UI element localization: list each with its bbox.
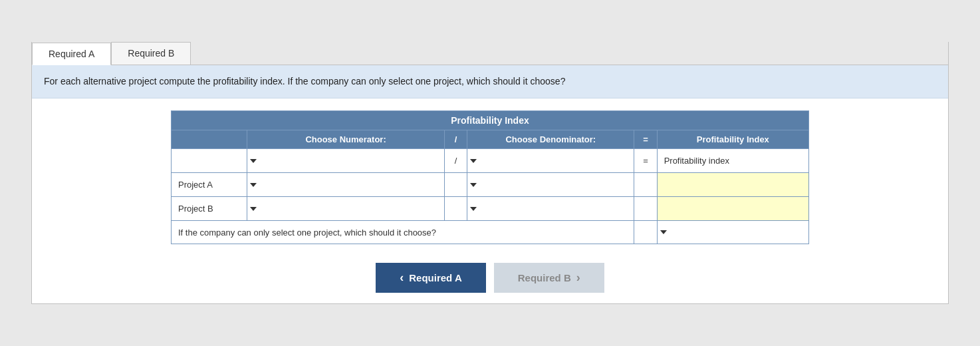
project-b-numerator-cell[interactable] xyxy=(247,197,445,221)
project-a-numerator-input[interactable] xyxy=(247,174,444,196)
project-b-numerator-input[interactable] xyxy=(247,198,444,220)
chevron-right-icon xyxy=(576,271,580,285)
table-col-header-row: Choose Numerator: / Choose Denominator: … xyxy=(172,130,809,149)
required-b-button[interactable]: Required B xyxy=(494,263,604,293)
slash-cell-header: / xyxy=(444,149,467,173)
table-title-row: Profitability Index xyxy=(172,111,809,130)
project-b-slash-cell xyxy=(444,197,467,221)
description-area: For each alternative project compute the… xyxy=(32,65,948,98)
project-a-denominator-arrow xyxy=(470,183,477,187)
col-header-label xyxy=(172,130,247,149)
project-a-label: Project A xyxy=(172,173,247,197)
empty-label-cell xyxy=(172,149,247,173)
equals-cell-header: = xyxy=(634,149,657,173)
col-header-equals: = xyxy=(634,130,657,149)
col-header-denominator: Choose Denominator: xyxy=(467,130,634,149)
question-answer-arrow xyxy=(660,230,667,234)
question-row: If the company can only select one proje… xyxy=(172,221,809,244)
project-a-row: Project A xyxy=(172,173,809,197)
col-header-numerator: Choose Numerator: xyxy=(247,130,445,149)
project-b-denominator-arrow xyxy=(470,207,477,211)
project-b-label: Project B xyxy=(172,197,247,221)
project-a-numerator-arrow xyxy=(250,183,257,187)
project-a-result-cell[interactable] xyxy=(657,173,808,197)
table-title: Profitability Index xyxy=(172,111,809,130)
project-a-denominator-input[interactable] xyxy=(467,174,634,196)
description-text: For each alternative project compute the… xyxy=(44,76,565,86)
tab-required-b[interactable]: Required B xyxy=(111,42,191,65)
project-a-equals-cell xyxy=(634,173,657,197)
project-a-denominator-cell[interactable] xyxy=(467,173,634,197)
main-container: Required A Required B For each alternati… xyxy=(31,42,949,304)
project-a-numerator-cell[interactable] xyxy=(247,173,445,197)
required-b-button-label: Required B xyxy=(518,272,571,283)
numerator-input-header[interactable] xyxy=(247,150,444,172)
project-a-slash-cell xyxy=(444,173,467,197)
project-b-numerator-arrow xyxy=(250,207,257,211)
project-b-result-cell[interactable] xyxy=(657,197,808,221)
question-equals-cell xyxy=(634,221,657,244)
table-section: Profitability Index Choose Numerator: / … xyxy=(32,98,948,251)
project-b-result-input[interactable] xyxy=(658,198,808,220)
denominator-dropdown-arrow-header xyxy=(470,159,477,163)
result-text-cell-header: Profitability index xyxy=(657,149,808,173)
chevron-left-icon xyxy=(400,271,404,285)
project-b-denominator-cell[interactable] xyxy=(467,197,634,221)
denominator-input-cell-header[interactable] xyxy=(467,149,634,173)
project-a-result-input[interactable] xyxy=(658,174,808,196)
tab-required-a[interactable]: Required A xyxy=(32,43,111,65)
project-b-equals-cell xyxy=(634,197,657,221)
required-a-button-label: Required A xyxy=(409,272,461,283)
profitability-table: Profitability Index Choose Numerator: / … xyxy=(171,110,809,244)
col-header-slash: / xyxy=(444,130,467,149)
question-answer-input[interactable] xyxy=(658,221,808,244)
project-b-row: Project B xyxy=(172,197,809,221)
question-text-cell: If the company can only select one proje… xyxy=(172,221,634,244)
required-a-button[interactable]: Required A xyxy=(376,263,485,293)
question-text: If the company can only select one proje… xyxy=(178,228,436,238)
col-header-result: Profitability Index xyxy=(657,130,808,149)
header-input-row: / = Profitability index xyxy=(172,149,809,173)
denominator-input-header[interactable] xyxy=(467,150,634,172)
buttons-area: Required A Required B xyxy=(32,251,948,303)
numerator-input-cell-header[interactable] xyxy=(247,149,445,173)
numerator-dropdown-arrow-header xyxy=(250,159,257,163)
project-b-denominator-input[interactable] xyxy=(467,198,634,220)
question-answer-cell[interactable] xyxy=(657,221,808,244)
tabs-bar: Required A Required B xyxy=(32,42,948,65)
